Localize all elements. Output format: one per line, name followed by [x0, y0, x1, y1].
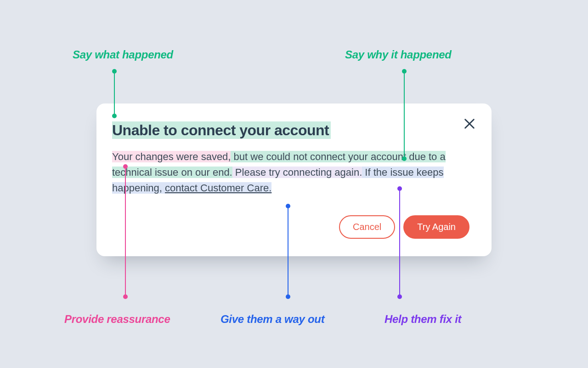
- svg-point-13: [286, 294, 290, 299]
- annotation-help-fix-it: Help them fix it: [384, 313, 461, 326]
- contact-customer-care-link[interactable]: contact Customer Care.: [165, 182, 271, 194]
- annotation-provide-reassurance: Provide reassurance: [64, 313, 170, 326]
- try-again-button[interactable]: Try Again: [403, 215, 469, 239]
- svg-point-3: [112, 69, 117, 74]
- dialog-title: Unable to connect your account: [112, 121, 331, 139]
- segment-reassurance: Your changes were saved,: [112, 151, 231, 162]
- annotation-say-what-happened: Say what happened: [73, 48, 173, 61]
- segment-fix-it: Please try connecting again.: [232, 167, 362, 178]
- annotation-say-why-happened: Say why it happened: [345, 48, 452, 61]
- svg-point-10: [123, 294, 128, 299]
- svg-point-16: [397, 294, 402, 299]
- close-button[interactable]: [463, 117, 476, 130]
- error-dialog: Unable to connect your account Your chan…: [96, 104, 492, 256]
- close-icon: [463, 117, 476, 130]
- cancel-button[interactable]: Cancel: [339, 215, 395, 239]
- annotation-give-way-out: Give them a way out: [220, 313, 324, 326]
- stage: Say what happened Say why it happened Un…: [0, 0, 588, 368]
- dialog-body: Your changes were saved, but we could no…: [112, 149, 453, 196]
- svg-point-6: [402, 69, 407, 74]
- dialog-actions: Cancel Try Again: [112, 215, 469, 239]
